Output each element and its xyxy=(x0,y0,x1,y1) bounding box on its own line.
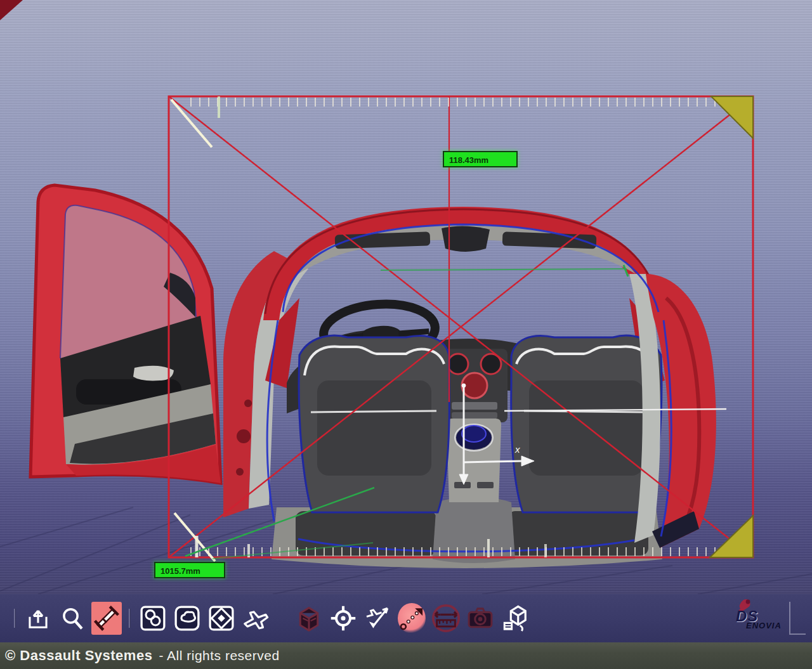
toolbar-separator xyxy=(129,609,131,628)
car-model xyxy=(30,185,716,568)
camera-icon xyxy=(466,604,494,632)
center-stack xyxy=(442,349,508,422)
measure-tool-icon xyxy=(93,605,120,632)
open-import-icon xyxy=(26,606,50,630)
axis-x-label: x xyxy=(514,444,520,455)
measurement-label-width[interactable]: 118.43mm xyxy=(443,151,518,167)
status-bar: © Dassault Systemes - All rights reserve… xyxy=(0,642,812,669)
rights-text: - All rights reserved xyxy=(159,648,279,663)
open-door xyxy=(30,185,221,483)
scene-box-button[interactable] xyxy=(294,602,324,635)
snapshot-camera-button[interactable] xyxy=(465,602,495,635)
enovia-product-text: ENOVIA xyxy=(746,621,782,630)
axis-ghost-icon xyxy=(789,602,806,635)
measure-item-button[interactable] xyxy=(431,602,461,635)
application-window: x 118.43mm 1015.7mm xyxy=(0,0,812,669)
examine-mode-button[interactable] xyxy=(138,602,168,635)
copyright-text: © Dassault Systemes xyxy=(5,647,152,664)
annotated-view-button[interactable] xyxy=(499,602,530,635)
fly-navigation-button[interactable] xyxy=(362,602,393,635)
measure-item-icon xyxy=(431,604,461,633)
pan-mode-button[interactable] xyxy=(172,602,202,635)
corner-fragment xyxy=(0,0,23,20)
search-icon xyxy=(60,606,85,631)
measure-tool-button[interactable] xyxy=(91,602,122,635)
bottom-toolbar: DS ENOVIA xyxy=(0,594,812,642)
measure-between-button[interactable] xyxy=(396,602,427,635)
zoom-search-button[interactable] xyxy=(57,602,88,635)
annotated-view-icon xyxy=(500,604,529,633)
open-import-button[interactable] xyxy=(23,602,53,635)
fly-mode-icon xyxy=(241,604,270,633)
fly-mode-button[interactable] xyxy=(240,602,271,635)
center-target-button[interactable] xyxy=(328,602,358,635)
center-target-icon xyxy=(329,604,357,632)
scene-canvas: x xyxy=(0,0,812,594)
enovia-logo: DS ENOVIA xyxy=(717,600,787,637)
measurement-label-height[interactable]: 1015.7mm xyxy=(154,562,225,578)
3d-viewport[interactable]: x 118.43mm 1015.7mm xyxy=(0,0,812,594)
center-console xyxy=(447,419,501,502)
rotate-mode-icon xyxy=(207,604,235,632)
examine-mode-icon xyxy=(139,604,167,632)
measure-between-icon xyxy=(398,605,425,632)
toolbar-separator xyxy=(14,609,16,628)
pan-mode-icon xyxy=(173,604,201,632)
rotate-mode-button[interactable] xyxy=(206,602,237,635)
fly-navigation-icon xyxy=(364,605,391,632)
scene-box-icon xyxy=(295,604,323,632)
